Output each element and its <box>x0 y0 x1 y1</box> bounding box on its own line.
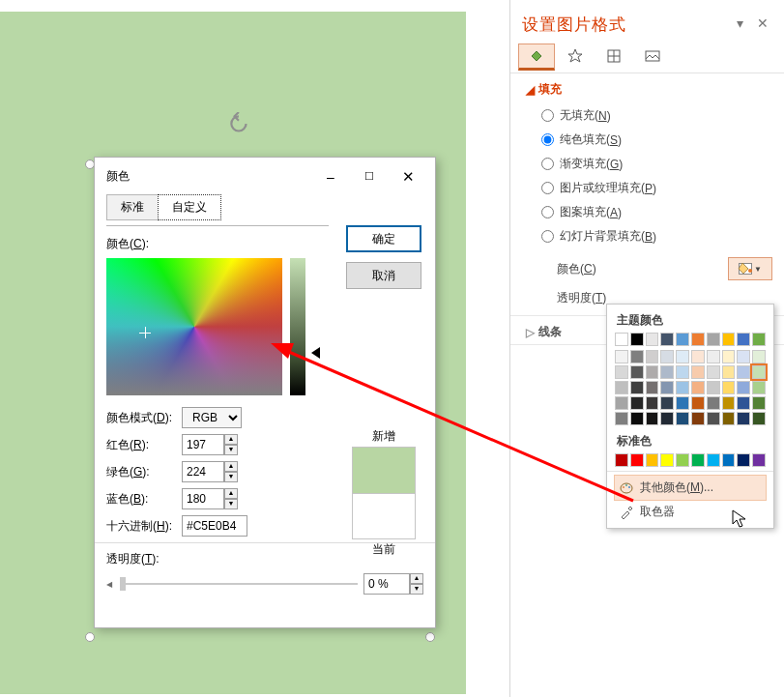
spin-up[interactable]: ▲ <box>224 488 238 499</box>
color-swatch[interactable] <box>707 365 720 379</box>
color-swatch[interactable] <box>737 350 750 363</box>
color-swatch[interactable] <box>615 453 628 467</box>
color-swatch[interactable] <box>615 396 628 410</box>
luminance-slider[interactable] <box>290 258 305 395</box>
color-swatch[interactable] <box>646 453 659 467</box>
color-swatch[interactable] <box>737 453 750 467</box>
radio-slidebg-fill[interactable]: 幻灯片背景填充(B) <box>541 224 772 248</box>
color-swatch[interactable] <box>615 333 628 346</box>
color-swatch[interactable] <box>691 333 705 346</box>
color-swatch[interactable] <box>752 396 766 410</box>
maximize-button[interactable]: ☐ <box>350 165 389 189</box>
color-swatch[interactable] <box>752 365 766 379</box>
color-swatch[interactable] <box>722 381 736 394</box>
color-swatch[interactable] <box>707 396 720 410</box>
spin-up[interactable]: ▲ <box>410 573 423 584</box>
color-swatch[interactable] <box>707 381 720 394</box>
spin-down[interactable]: ▼ <box>224 472 238 482</box>
color-swatch[interactable] <box>691 412 705 425</box>
color-swatch[interactable] <box>707 333 720 346</box>
color-swatch[interactable] <box>722 333 736 346</box>
spin-down[interactable]: ▼ <box>224 499 238 509</box>
color-swatch[interactable] <box>676 412 689 425</box>
color-swatch[interactable] <box>630 333 644 346</box>
tab-standard[interactable]: 标准 <box>106 194 159 220</box>
color-swatch[interactable] <box>691 350 705 363</box>
radio-pattern-fill[interactable]: 图案填充(A) <box>541 200 772 224</box>
tab-effects-icon[interactable] <box>557 44 594 71</box>
color-swatch[interactable] <box>752 333 766 346</box>
color-swatch[interactable] <box>707 412 720 425</box>
blue-input[interactable] <box>182 488 224 509</box>
hex-input[interactable] <box>182 515 247 537</box>
tab-custom[interactable]: 自定义 <box>158 194 221 220</box>
rotate-handle[interactable] <box>227 112 252 137</box>
color-swatch[interactable] <box>752 350 766 363</box>
color-swatch[interactable] <box>722 453 736 467</box>
color-swatch[interactable] <box>676 381 689 394</box>
fill-color-button[interactable]: ▼ <box>728 257 772 280</box>
color-swatch[interactable] <box>660 396 674 410</box>
color-swatch[interactable] <box>660 412 674 425</box>
red-input[interactable] <box>182 434 224 455</box>
close-button[interactable]: ✕ <box>389 165 427 189</box>
spin-up[interactable]: ▲ <box>224 434 238 445</box>
color-mode-select[interactable]: RGB <box>182 407 242 428</box>
color-swatch[interactable] <box>737 365 750 379</box>
color-swatch[interactable] <box>722 350 736 363</box>
color-swatch[interactable] <box>630 365 644 379</box>
color-swatch[interactable] <box>660 350 674 363</box>
color-swatch[interactable] <box>615 381 628 394</box>
color-swatch[interactable] <box>707 350 720 363</box>
color-swatch[interactable] <box>660 365 674 379</box>
color-swatch[interactable] <box>752 412 766 425</box>
color-swatch[interactable] <box>660 453 674 467</box>
color-swatch[interactable] <box>737 396 750 410</box>
color-swatch[interactable] <box>737 381 750 394</box>
tab-fill-line-icon[interactable] <box>518 44 555 71</box>
transparency-input[interactable] <box>363 573 410 595</box>
color-swatch[interactable] <box>737 412 750 425</box>
radio-picture-fill[interactable]: 图片或纹理填充(P) <box>541 176 772 200</box>
tab-size-icon[interactable] <box>595 44 632 71</box>
color-swatch[interactable] <box>691 453 705 467</box>
radio-gradient-fill[interactable]: 渐变填充(G) <box>541 152 772 176</box>
color-swatch[interactable] <box>646 333 659 346</box>
tab-picture-icon[interactable] <box>634 44 671 71</box>
color-swatch[interactable] <box>722 396 736 410</box>
color-swatch[interactable] <box>676 365 689 379</box>
color-swatch[interactable] <box>722 365 736 379</box>
color-swatch[interactable] <box>615 412 628 425</box>
color-swatch[interactable] <box>752 381 766 394</box>
color-swatch[interactable] <box>737 333 750 346</box>
spin-down[interactable]: ▼ <box>224 445 238 455</box>
minimize-button[interactable]: – <box>311 165 350 189</box>
cancel-button[interactable]: 取消 <box>346 262 421 289</box>
spin-up[interactable]: ▲ <box>224 461 238 472</box>
green-input[interactable] <box>182 461 224 482</box>
panel-options-button[interactable]: ▾ <box>728 15 751 31</box>
color-swatch[interactable] <box>630 453 644 467</box>
color-swatch[interactable] <box>752 453 766 467</box>
color-swatch[interactable] <box>630 412 644 425</box>
spin-down[interactable]: ▼ <box>410 584 423 595</box>
color-swatch[interactable] <box>630 350 644 363</box>
color-swatch[interactable] <box>646 412 659 425</box>
color-field[interactable] <box>106 258 282 395</box>
color-swatch[interactable] <box>676 350 689 363</box>
transparency-slider[interactable]: ◀ <box>106 577 358 591</box>
color-swatch[interactable] <box>615 365 628 379</box>
color-swatch[interactable] <box>646 365 659 379</box>
color-swatch[interactable] <box>676 453 689 467</box>
ok-button[interactable]: 确定 <box>346 225 421 252</box>
color-swatch[interactable] <box>630 396 644 410</box>
luminance-pointer-icon[interactable] <box>311 347 320 359</box>
color-swatch[interactable] <box>646 381 659 394</box>
panel-close-button[interactable]: ✕ <box>751 15 774 31</box>
selection-handle[interactable] <box>85 632 95 642</box>
radio-solid-fill[interactable]: 纯色填充(S) <box>541 128 772 152</box>
radio-no-fill[interactable]: 无填充(N) <box>541 103 772 128</box>
color-swatch[interactable] <box>676 333 689 346</box>
color-swatch[interactable] <box>646 350 659 363</box>
color-swatch[interactable] <box>676 396 689 410</box>
